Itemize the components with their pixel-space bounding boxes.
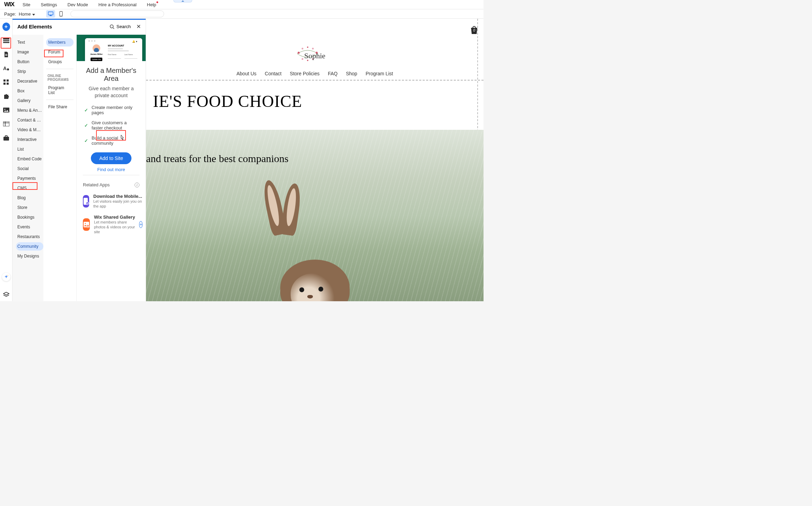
wix-logo: WIX: [4, 1, 14, 8]
add-elements-panel: Add Elements Search ✕ Text Image Button …: [12, 19, 146, 301]
cat-box[interactable]: Box: [16, 87, 43, 95]
rail-cms[interactable]: [2, 120, 10, 128]
rail-sections[interactable]: [2, 37, 10, 44]
info-icon[interactable]: i: [135, 183, 139, 187]
nav-policies[interactable]: Store Policies: [290, 71, 320, 76]
site-logo[interactable]: Sophie: [304, 51, 325, 60]
rail-business[interactable]: [2, 134, 10, 142]
cat-contact-forms[interactable]: Contact & Forms: [16, 116, 43, 124]
top-menu-bar: WIX Site Settings Dev Mode Hire a Profes…: [0, 0, 484, 9]
sub-heading-online-programs: ONLINE PROGRAMS: [48, 74, 74, 82]
mobile-icon: [59, 11, 63, 17]
find-out-more-link[interactable]: Find out more: [77, 167, 146, 172]
cat-strip[interactable]: Strip: [16, 67, 43, 76]
feature-text: Build a social community: [92, 135, 138, 146]
cart-count: 0: [470, 28, 479, 32]
hero-image[interactable]: and treats for the best companions: [146, 130, 484, 301]
cat-gallery[interactable]: Gallery: [16, 96, 43, 105]
rail-pages[interactable]: [2, 51, 10, 58]
cart-button[interactable]: 0: [470, 25, 479, 35]
svg-rect-7: [5, 54, 7, 55]
menu-settings[interactable]: Settings: [41, 2, 57, 7]
sections-icon: [3, 38, 9, 43]
cat-image[interactable]: Image: [16, 48, 43, 56]
related-app-row[interactable]: Wix Shared Gallery Let members share pho…: [83, 212, 139, 237]
puzzle-icon: [3, 93, 9, 99]
cat-button[interactable]: Button: [16, 58, 43, 66]
sub-program-list[interactable]: Program List: [46, 84, 74, 97]
cat-decorative[interactable]: Decorative: [16, 77, 43, 85]
site-nav: About Us Contact Store Policies FAQ Shop…: [146, 67, 484, 80]
desktop-icon: [48, 11, 53, 16]
detail-subheading: Give each member a private account: [83, 85, 139, 99]
feature-text: Give customers a faster checkout: [92, 120, 138, 130]
nav-faq[interactable]: FAQ: [328, 71, 337, 76]
page-bar: Page: Home: [0, 9, 484, 19]
sub-file-share[interactable]: File Share: [46, 103, 74, 111]
rail-ai-button[interactable]: [2, 273, 10, 281]
cat-menu-anchor[interactable]: Menu & Anchor: [16, 106, 43, 115]
svg-line-24: [113, 28, 114, 29]
panel-close-button[interactable]: ✕: [136, 23, 141, 30]
nav-shop[interactable]: Shop: [346, 71, 357, 76]
mobile-view-button[interactable]: [57, 10, 66, 18]
mobile-app-icon: [83, 195, 89, 208]
desktop-view-button[interactable]: [46, 10, 55, 18]
menu-site[interactable]: Site: [23, 2, 30, 7]
nav-program-list[interactable]: Program List: [366, 71, 393, 76]
menu-devmode[interactable]: Dev Mode: [68, 2, 88, 7]
svg-point-35: [301, 58, 303, 60]
rail-apps[interactable]: [2, 78, 10, 86]
rail-design[interactable]: A: [2, 65, 10, 72]
cat-restaurants[interactable]: Restaurants: [16, 233, 43, 241]
sub-members[interactable]: Members: [46, 38, 74, 47]
svg-point-28: [85, 223, 86, 224]
sub-forum[interactable]: Forum: [46, 48, 74, 56]
cat-list[interactable]: List: [16, 145, 43, 153]
cat-store[interactable]: Store: [16, 203, 43, 212]
rail-media[interactable]: [2, 106, 10, 114]
menu-hire[interactable]: Hire a Professional: [99, 2, 137, 7]
cat-payments[interactable]: Payments: [16, 174, 43, 183]
cat-social[interactable]: Social: [16, 165, 43, 173]
svg-rect-21: [5, 136, 7, 137]
svg-rect-14: [7, 83, 9, 85]
panel-search-button[interactable]: Search: [110, 24, 131, 29]
svg-rect-0: [48, 12, 53, 15]
cat-interactive[interactable]: Interactive: [16, 135, 43, 144]
cat-bookings[interactable]: Bookings: [16, 213, 43, 221]
member-area-preview: 🔔 ▾ James Miller Update Info MY ACCOUNT: [77, 35, 146, 61]
app-title: Wix Shared Gallery: [94, 214, 135, 220]
menu-help[interactable]: Help: [147, 2, 156, 7]
plus-icon: +: [2, 23, 10, 31]
hero-title[interactable]: IE'S FOOD CHOICE: [146, 81, 484, 113]
site-canvas[interactable]: Sophie 0 About Us Contact Store Policies…: [146, 19, 484, 301]
add-elements-button[interactable]: +: [2, 23, 10, 31]
page-selector[interactable]: Home: [19, 11, 35, 17]
related-app-row[interactable]: Download the Mobile... Let visitors easi…: [83, 191, 139, 212]
nav-contact[interactable]: Contact: [265, 71, 281, 76]
svg-rect-6: [3, 42, 9, 43]
expand-top-panel-button[interactable]: [173, 0, 192, 2]
svg-point-31: [298, 52, 300, 54]
svg-point-33: [301, 48, 303, 50]
sub-groups[interactable]: Groups: [46, 58, 74, 66]
url-bar[interactable]: [70, 10, 164, 17]
cat-events[interactable]: Events: [16, 223, 43, 231]
rail-layers[interactable]: [2, 291, 10, 298]
cat-video-music[interactable]: Video & Music: [16, 126, 43, 134]
add-app-button[interactable]: +: [139, 221, 143, 228]
cat-blog[interactable]: Blog: [16, 194, 43, 202]
cat-cms[interactable]: CMS: [16, 184, 43, 192]
add-to-site-button[interactable]: Add to Site: [91, 152, 131, 164]
cat-community[interactable]: Community: [16, 242, 43, 251]
rail-addons[interactable]: [2, 92, 10, 100]
cat-text[interactable]: Text: [16, 38, 43, 47]
bell-icon: 🔔 ▾: [132, 40, 137, 43]
nav-about[interactable]: About Us: [237, 71, 257, 76]
page-icon: [4, 51, 9, 58]
cat-embed-code[interactable]: Embed Code: [16, 155, 43, 163]
check-icon: ✓: [84, 138, 88, 143]
cat-my-designs[interactable]: My Designs: [16, 252, 43, 260]
apps-icon: [3, 79, 9, 85]
